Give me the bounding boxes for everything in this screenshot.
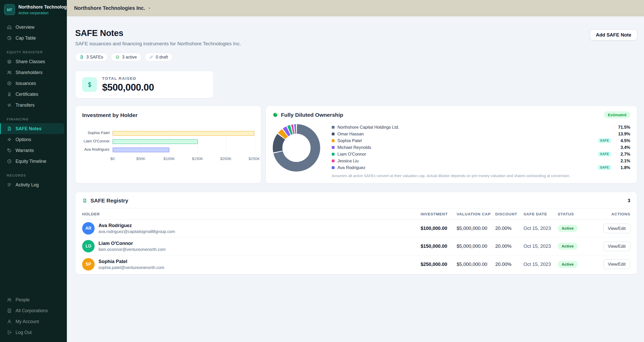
view-edit-button[interactable]: View/Edit <box>603 242 630 251</box>
holder-email: liam.oconnor@ventureonenorth.com <box>98 247 166 252</box>
sidebar-item-my-account[interactable]: My Account <box>0 316 64 327</box>
legend-label: Liam O'Connor <box>337 152 595 157</box>
sidebar-item-safe-notes[interactable]: SAFE Notes <box>0 123 64 134</box>
total-raised-value: $500,000.00 <box>102 82 154 93</box>
topbar: Northshore Technologies Inc. <box>67 0 644 16</box>
safe-table: HOLDERINVESTMENTVALUATION CAPDISCOUNTSAF… <box>82 208 630 273</box>
valuation-cap-cell: $5,000,000.00 <box>457 261 495 267</box>
legend-percent: 2.1% <box>617 158 630 163</box>
sidebar-item-label: Overview <box>16 25 34 30</box>
page-head: SAFE Notes SAFE issuances and financing … <box>75 28 637 47</box>
bar-category-label: Sophia Patel <box>82 129 110 137</box>
badge-icon <box>7 92 12 97</box>
table-row-ava-rodriguez: ARAva Rodriguezava.rodriguez@capitalsigm… <box>82 220 630 237</box>
x-axis-tick: $0 <box>110 156 115 161</box>
company-logo: NT <box>4 4 15 15</box>
discount-cell: 20.00% <box>495 243 523 249</box>
user-icon <box>7 319 12 324</box>
ownership-legend: Northshore Capital Holdings Ltd.71.5%Oma… <box>332 124 630 171</box>
registry-title: SAFE Registry <box>90 198 128 204</box>
sidebar-item-label: Activity Log <box>16 182 39 188</box>
nav-section-equity-register: EQUITY REGISTER <box>7 50 60 54</box>
sidebar-item-overview[interactable]: Overview <box>0 22 64 33</box>
bar-liam-o-connor <box>113 139 198 144</box>
legend-percent: 71.5% <box>617 125 630 130</box>
sidebar-item-people[interactable]: People <box>0 294 64 305</box>
sidebar-item-issuances[interactable]: Issuances <box>0 78 64 89</box>
column-header-safe-date: SAFE DATE <box>523 212 558 216</box>
safe-registry-card: SAFE Registry 3 HOLDERINVESTMENTVALUATIO… <box>75 192 637 274</box>
chip-3-safes: 3 SAFEs <box>75 53 108 61</box>
legend-swatch <box>332 139 335 142</box>
logout-icon <box>7 330 12 335</box>
company-header: NT Northshore Technologie... Active corp… <box>0 0 67 18</box>
legend-row-liam-o-connor: Liam O'ConnorSAFE2.7% <box>332 151 630 157</box>
table-row-liam-o-connor: LOLiam O'Connorliam.oconnor@ventureoneno… <box>82 237 630 255</box>
doc-icon <box>82 198 87 203</box>
bar-category-label: Ava Rodriguez <box>82 145 110 154</box>
sidebar-item-label: Shareholders <box>16 70 43 75</box>
bar-row <box>113 129 254 137</box>
view-edit-button[interactable]: View/Edit <box>603 224 630 233</box>
ownership-donut <box>273 124 320 172</box>
holder-name: Ava Rodriguez <box>98 223 175 228</box>
sidebar: NT Northshore Technologie... Active corp… <box>0 0 67 342</box>
registry-count: 3 <box>628 198 630 203</box>
x-axis-tick: $250K <box>249 156 260 161</box>
company-switcher[interactable]: Northshore Technologies Inc. <box>74 5 152 11</box>
status-cell: Active <box>558 261 591 268</box>
content: Northshore Technologies Inc. SAFE Notes … <box>67 0 644 342</box>
legend-row-sophia-patel: Sophia PatelSAFE4.5% <box>332 137 630 144</box>
status-cell: Active <box>558 243 591 250</box>
sidebar-item-all-corporations[interactable]: All Corporations <box>0 305 64 316</box>
holder-name: Liam O'Connor <box>98 241 166 246</box>
sidebar-item-share-classes[interactable]: Share Classes <box>0 56 64 67</box>
safe-chip: SAFE <box>598 152 611 156</box>
page-subtitle: SAFE issuances and financing instruments… <box>75 41 241 47</box>
legend-percent: 3.4% <box>617 145 630 150</box>
chip-label: 3 active <box>122 55 137 60</box>
sidebar-item-activity-log[interactable]: Activity Log <box>0 179 64 190</box>
sidebar-item-label: Log Out <box>16 330 32 335</box>
chip-label: 3 SAFEs <box>86 55 103 60</box>
sidebar-item-options[interactable]: Options <box>0 134 64 145</box>
building-icon <box>7 308 12 313</box>
sidebar-item-certificates[interactable]: Certificates <box>0 89 64 100</box>
sidebar-item-label: Share Classes <box>16 59 45 64</box>
investment-bar-chart: Sophia PatelLiam O'ConnorAva Rodriguez $… <box>82 129 254 163</box>
actions-cell: View/Edit <box>591 224 630 233</box>
sidebar-item-label: My Account <box>16 319 39 324</box>
view-edit-button[interactable]: View/Edit <box>603 259 630 269</box>
sidebar-item-log-out[interactable]: Log Out <box>0 327 64 338</box>
sidebar-item-label: All Corporations <box>16 308 48 314</box>
legend-percent: 4.5% <box>617 138 630 143</box>
sidebar-item-transfers[interactable]: Transfers <box>0 100 64 111</box>
dollar-icon-badge <box>82 77 97 92</box>
pie-chart-icon-slot <box>273 112 278 118</box>
sidebar-item-shareholders[interactable]: Shareholders <box>0 67 64 78</box>
sidebar-item-warrants[interactable]: Warrants <box>0 145 64 156</box>
legend-swatch <box>332 159 335 162</box>
summary-chips: 3 SAFEs3 active0 draft <box>75 53 637 61</box>
add-safe-note-button[interactable]: Add SAFE Note <box>590 29 637 41</box>
sidebar-footer: PeopleAll CorporationsMy AccountLog Out <box>0 292 67 342</box>
legend-row-michael-reynolds: Michael Reynolds3.4% <box>332 144 630 151</box>
holder-cell: SPSophia Patelsophia.patel@ventureonenor… <box>82 258 421 271</box>
company-name: Northshore Technologie... <box>18 4 74 10</box>
sidebar-item-label: Certificates <box>16 92 38 97</box>
investment-chart-title: Investment by Holder <box>82 112 254 118</box>
holder-email: ava.rodriguez@capitalsigma88group.com <box>98 229 175 234</box>
discount-cell: 20.00% <box>495 261 523 267</box>
legend-row-northshore-capital-holdings-ltd: Northshore Capital Holdings Ltd.71.5% <box>332 124 630 130</box>
charts-row: Investment by Holder Sophia PatelLiam O'… <box>75 106 637 184</box>
investment-cell: $150,000.00 <box>421 243 457 249</box>
table-header: HOLDERINVESTMENTVALUATION CAPDISCOUNTSAF… <box>82 208 630 220</box>
status-badge: Active <box>558 225 578 232</box>
plus-circle-icon <box>7 81 12 86</box>
home-icon <box>7 25 12 30</box>
sidebar-item-equity-timeline[interactable]: Equity Timeline <box>0 156 64 167</box>
sidebar-item-cap-table[interactable]: Cap Table <box>0 33 64 43</box>
clock-icon <box>7 159 12 164</box>
column-header-status: STATUS <box>558 212 591 216</box>
actions-cell: View/Edit <box>591 259 630 269</box>
